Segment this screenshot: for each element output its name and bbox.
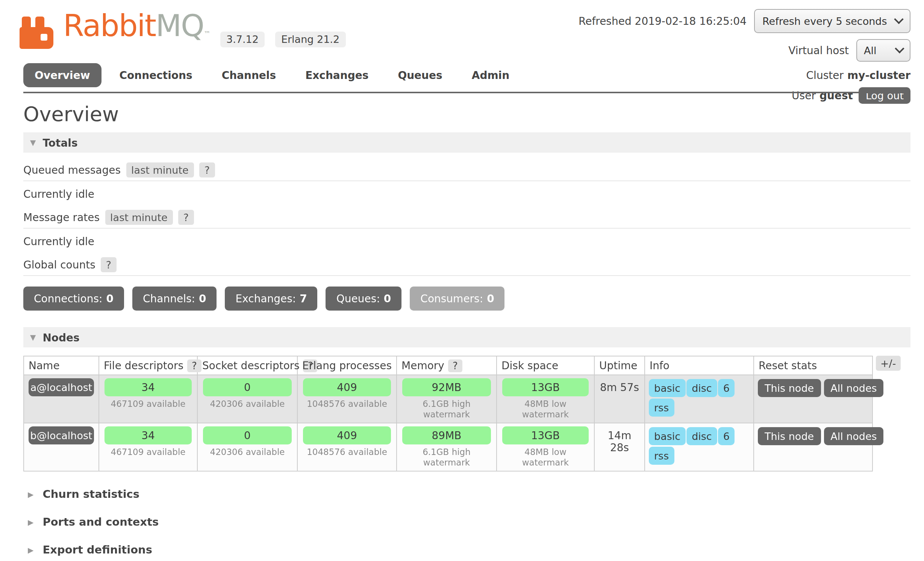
reset-this-node-button[interactable]: This node (758, 427, 821, 445)
queued-messages-label: Queued messages (23, 164, 121, 176)
nav-divider (23, 92, 910, 93)
reset-all-nodes-button[interactable]: All nodes (824, 427, 884, 445)
global-counts-header: Global counts ? (23, 256, 910, 276)
info-badge-disc: disc (686, 379, 717, 397)
queued-messages-help-icon[interactable]: ? (199, 162, 215, 177)
reset-all-nodes-button[interactable]: All nodes (824, 379, 884, 397)
col-socket-descriptors: Socket descriptors? (197, 356, 297, 375)
col-reset-stats: Reset stats (754, 356, 872, 375)
tab-exchanges[interactable]: Exchanges (294, 63, 380, 87)
memory-value: 89MB (402, 426, 491, 444)
tab-overview[interactable]: Overview (23, 63, 101, 87)
collapse-triangle-icon: ▼ (30, 139, 36, 146)
message-rates-header: Message rates last minute ? (23, 208, 910, 229)
fd-available-label: 467109 available (103, 397, 193, 410)
fd-available-label: 467109 available (103, 445, 193, 458)
col-memory: Memory? (397, 356, 497, 375)
disk-watermark-label: 48MB low watermark (501, 445, 590, 469)
erlang-version-badge: Erlang 21.2 (275, 32, 345, 47)
col-file-descriptors: File descriptors? (99, 356, 197, 375)
nodes-table-wrap: Name File descriptors? Socket descriptor… (23, 356, 910, 472)
col-info: Info (645, 356, 754, 375)
node-name-link[interactable]: a@localhost (29, 378, 94, 396)
proc-available-label: 1048576 available (301, 445, 392, 458)
user-name: guest (819, 88, 853, 103)
global-counts-help-icon[interactable]: ? (101, 257, 117, 272)
disk-watermark-label: 48MB low watermark (501, 397, 590, 420)
column-toggle-button[interactable]: +/- (876, 356, 900, 371)
expand-triangle-icon: ▶ (28, 491, 33, 498)
totals-section-header[interactable]: ▼ Totals (23, 132, 910, 153)
reset-this-node-button[interactable]: This node (758, 379, 821, 397)
memory-watermark-label: 6.1GB high watermark (401, 397, 492, 420)
nodes-table-header-row: Name File descriptors? Socket descriptor… (24, 356, 872, 375)
tab-channels[interactable]: Channels (211, 63, 288, 87)
node-name-link[interactable]: b@localhost (29, 426, 94, 444)
fd-used-value: 34 (105, 378, 192, 396)
disk-value: 13GB (502, 426, 589, 444)
chevron-down-icon (895, 44, 904, 53)
rabbitmq-logo[interactable]: RabbitMQ™ 3.7.12 Erlang 21.2 (20, 11, 345, 49)
message-rates-help-icon[interactable]: ? (178, 210, 194, 225)
global-counts-row: Connections:0 Channels:0 Exchanges:7 Que… (23, 287, 910, 311)
nodes-section-title: Nodes (42, 331, 79, 343)
app-canvas: RabbitMQ™ 3.7.12 Erlang 21.2 Refreshed 2… (0, 0, 924, 561)
logo-text-rabbit: Rabbit (63, 8, 156, 43)
chevron-down-icon (894, 14, 903, 24)
proc-used-value: 409 (303, 426, 391, 444)
sd-available-label: 420306 available (201, 397, 293, 410)
info-badge-basic: basic (649, 427, 686, 445)
logo-text-mq: MQ (156, 8, 204, 43)
virtual-host-select[interactable]: All (856, 39, 910, 62)
memory-watermark-label: 6.1GB high watermark (401, 445, 492, 469)
queued-messages-range-badge: last minute (126, 162, 194, 177)
connections-count-button[interactable]: Connections:0 (23, 287, 124, 311)
sd-available-label: 420306 available (201, 445, 293, 458)
file-descriptors-help-icon[interactable]: ? (187, 359, 201, 372)
info-badge-rss: rss (649, 399, 674, 417)
ports-and-contexts-section[interactable]: ▶ Ports and contexts (23, 516, 910, 529)
tab-connections[interactable]: Connections (108, 63, 204, 87)
sd-used-value: 0 (203, 378, 292, 396)
exchanges-count-button[interactable]: Exchanges:7 (225, 287, 317, 311)
main-nav: Overview Connections Channels Exchanges … (23, 63, 527, 87)
cluster-name: my-cluster (847, 68, 910, 83)
user-label: User (792, 88, 816, 103)
nodes-section-header[interactable]: ▼ Nodes (23, 327, 910, 347)
queued-messages-header: Queued messages last minute ? (23, 161, 910, 181)
export-definitions-section[interactable]: ▶ Export definitions (23, 544, 910, 556)
refresh-interval-select[interactable]: Refresh every 5 seconds (754, 9, 910, 33)
queued-messages-status: Currently idle (23, 181, 910, 208)
tab-admin[interactable]: Admin (460, 63, 521, 87)
nodes-table: Name File descriptors? Socket descriptor… (23, 356, 873, 472)
fd-used-value: 34 (105, 426, 192, 444)
logout-button[interactable]: Log out (859, 87, 910, 104)
node-row-a: a@localhost 34467109 available 0420306 a… (24, 375, 872, 423)
version-badge: 3.7.12 (220, 32, 265, 47)
message-rates-label: Message rates (23, 211, 100, 223)
channels-count-button[interactable]: Channels:0 (132, 287, 217, 311)
trademark-symbol: ™ (204, 30, 210, 38)
rabbitmq-management-page: RabbitMQ™ 3.7.12 Erlang 21.2 Refreshed 2… (0, 0, 924, 561)
uptime-value: 8m 57s (594, 375, 645, 423)
virtual-host-label: Virtual host (788, 44, 849, 56)
churn-statistics-section[interactable]: ▶ Churn statistics (23, 488, 910, 501)
proc-used-value: 409 (303, 378, 391, 396)
consumers-count-badge: Consumers:0 (410, 287, 504, 311)
refresh-interval-value: Refresh every 5 seconds (762, 15, 887, 27)
expand-triangle-icon: ▶ (28, 546, 33, 554)
memory-help-icon[interactable]: ? (448, 359, 462, 372)
logo-wordmark: RabbitMQ™ (63, 11, 210, 49)
col-name: Name (24, 356, 99, 375)
col-uptime: Uptime (594, 356, 645, 375)
info-badge-cores: 6 (718, 427, 735, 445)
queues-count-button[interactable]: Queues:0 (326, 287, 402, 311)
collapse-triangle-icon: ▼ (30, 334, 36, 341)
tab-queues[interactable]: Queues (386, 63, 453, 87)
virtual-host-value: All (864, 44, 877, 56)
proc-available-label: 1048576 available (301, 397, 392, 410)
info-badge-rss: rss (649, 447, 674, 465)
info-badge-basic: basic (649, 379, 686, 397)
global-counts-label: Global counts (23, 259, 95, 271)
message-rates-status: Currently idle (23, 229, 910, 256)
